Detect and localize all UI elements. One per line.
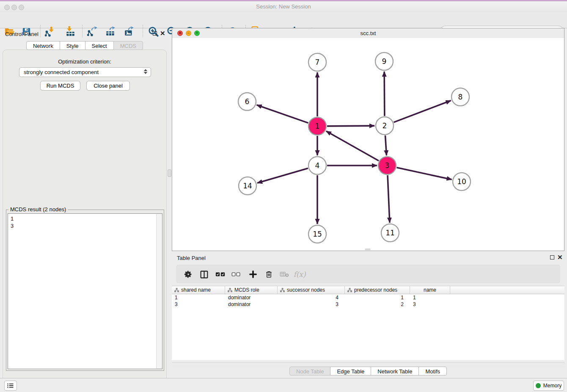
tab-style[interactable]: Style (60, 41, 85, 50)
main-toolbar (0, 12, 567, 28)
edge-3-1[interactable] (326, 131, 379, 161)
table-tabs: Node TableEdge TableNetwork TableMotifs (172, 367, 564, 375)
float-panel-icon[interactable] (153, 31, 157, 36)
table-cell[interactable]: 2 (345, 301, 410, 308)
select-all-rows-icon[interactable] (215, 268, 226, 280)
table-cell[interactable]: 1 (410, 294, 450, 301)
tab-mcds[interactable]: MCDS (113, 41, 143, 50)
node-table: shared nameMCDS rolesuccessor nodesprede… (172, 286, 564, 360)
close-panel-icon[interactable]: ✕ (160, 30, 165, 37)
mcds-result-text[interactable]: 13 (8, 213, 162, 369)
control-panel-tabs: NetworkStyleSelectMCDS (0, 41, 169, 50)
node-7[interactable]: 7 (308, 53, 326, 71)
optimization-criterion-select[interactable]: strongly connected component (19, 67, 151, 77)
node-11[interactable]: 11 (381, 224, 399, 242)
node-15[interactable]: 15 (308, 225, 326, 243)
result-scrollbar[interactable] (156, 214, 162, 369)
table-cell[interactable]: 3 (410, 301, 450, 308)
tab-network-table[interactable]: Network Table (371, 367, 419, 375)
node-1[interactable]: 1 (308, 117, 326, 135)
edge-3-11[interactable] (388, 175, 390, 223)
edge-2-9[interactable] (384, 72, 385, 116)
network-bottom-grip[interactable] (365, 248, 371, 250)
node-14[interactable]: 14 (239, 177, 256, 195)
node-2[interactable]: 2 (376, 117, 394, 135)
edge-1-2[interactable] (327, 126, 374, 126)
edge-1-6[interactable] (257, 105, 308, 123)
edge-4-14[interactable] (257, 168, 308, 183)
table-cell[interactable]: 4 (278, 294, 345, 301)
tab-motifs[interactable]: Motifs (418, 367, 447, 375)
table-settings-gear-icon[interactable] (182, 268, 194, 280)
node-9[interactable]: 9 (375, 52, 393, 70)
function-builder-icon[interactable]: f(x) (294, 268, 306, 280)
column-header-successor-nodes[interactable]: successor nodes (278, 286, 345, 294)
column-header-MCDS-role[interactable]: MCDS role (225, 286, 278, 294)
table-toolbar: f(x) (176, 265, 560, 283)
node-label: 4 (315, 161, 320, 170)
column-header-name[interactable]: name (410, 286, 450, 294)
column-header-label: predecessor nodes (354, 287, 397, 293)
node-10[interactable]: 10 (453, 173, 471, 190)
tab-edge-table[interactable]: Edge Table (330, 367, 371, 375)
node-label: 9 (382, 57, 387, 66)
memory-status-icon (536, 383, 541, 388)
table-cell[interactable]: 1 (345, 294, 410, 301)
panel-menu-button[interactable] (4, 381, 17, 391)
deselect-all-rows-icon[interactable] (230, 268, 242, 280)
close-panel-button[interactable]: Close panel (86, 81, 130, 91)
table-cell[interactable]: dominator (225, 301, 278, 308)
column-header-label: MCDS role (234, 287, 259, 293)
network-window: ✕ − + scc.txt 7968124314101511 (172, 28, 564, 251)
optimization-criterion-label: Optimization criterion: (3, 58, 166, 65)
node-6[interactable]: 6 (238, 93, 256, 110)
network-graph[interactable]: 7968124314101511 (172, 38, 564, 251)
node-label: 15 (313, 230, 322, 238)
table-row[interactable]: 3dominator323 (172, 301, 564, 308)
node-label: 2 (383, 121, 387, 130)
column-header-predecessor-nodes[interactable]: predecessor nodes (345, 286, 410, 294)
show-columns-icon[interactable] (198, 268, 210, 280)
edge-2-8[interactable] (394, 101, 451, 122)
memory-label: Memory (543, 383, 561, 389)
optimization-criterion-value: strongly connected component (24, 69, 99, 75)
column-header-label: successor nodes (287, 287, 325, 293)
node-4[interactable]: 4 (308, 157, 326, 174)
run-mcds-button[interactable]: Run MCDS (40, 81, 80, 91)
create-column-icon[interactable] (247, 268, 259, 280)
titlebar: Session: New Session (0, 1, 567, 12)
node-label: 8 (458, 93, 463, 101)
node-8[interactable]: 8 (451, 88, 469, 106)
column-type-icon (347, 288, 352, 293)
status-bar: Memory (0, 378, 567, 392)
node-3[interactable]: 3 (378, 157, 396, 174)
tab-select[interactable]: Select (85, 41, 114, 50)
edge-3-10[interactable] (396, 168, 451, 179)
delete-table-icon[interactable] (278, 268, 290, 280)
table-cell[interactable]: dominator (225, 294, 278, 301)
column-header-label: shared name (181, 287, 211, 293)
node-label: 6 (245, 97, 250, 106)
network-canvas[interactable]: 7968124314101511 (172, 38, 564, 251)
list-icon (7, 382, 14, 389)
float-table-panel-icon[interactable] (550, 255, 554, 259)
column-header-shared-name[interactable]: shared name (172, 286, 225, 294)
delete-column-icon[interactable] (263, 268, 275, 280)
table-row[interactable]: 1dominator411 (172, 294, 564, 301)
result-line: 3 (11, 222, 160, 229)
control-panel-header: Control Panel ✕ (0, 28, 169, 40)
close-table-panel-icon[interactable]: ✕ (557, 254, 563, 261)
panel-splitter-grip[interactable] (168, 169, 171, 177)
network-window-titlebar[interactable]: ✕ − + scc.txt (172, 28, 564, 39)
table-cell[interactable]: 3 (172, 301, 225, 308)
table-cell[interactable]: 3 (278, 301, 345, 308)
memory-button[interactable]: Memory (533, 381, 564, 391)
tab-node-table[interactable]: Node Table (289, 367, 331, 375)
mcds-result-title: MCDS result (2 nodes) (8, 206, 68, 213)
table-cell[interactable]: 1 (172, 294, 225, 301)
tab-network[interactable]: Network (26, 41, 60, 50)
table-header-row: shared nameMCDS rolesuccessor nodesprede… (172, 286, 564, 294)
edge-2-3[interactable] (385, 135, 386, 155)
node-label: 3 (385, 161, 390, 170)
table-panel: Table Panel ✕ f(x) shared nameMCDS roles… (172, 252, 564, 377)
